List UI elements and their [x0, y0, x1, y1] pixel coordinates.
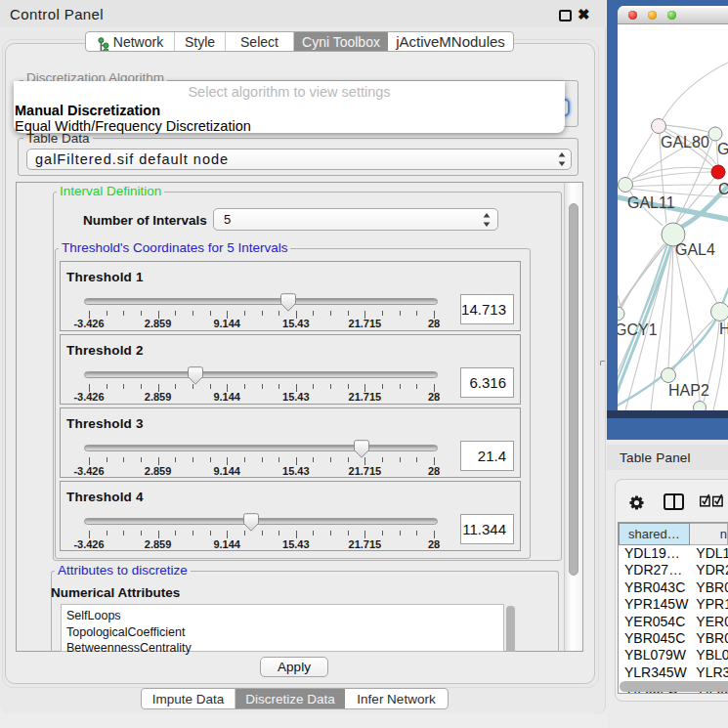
svg-text:G.: G. — [717, 141, 728, 157]
svg-text:GAL11: GAL11 — [627, 194, 675, 211]
svg-text:C: C — [718, 181, 728, 197]
svg-text:GAL4: GAL4 — [675, 241, 715, 258]
svg-text:HAP2: HAP2 — [668, 382, 709, 399]
svg-text:H: H — [719, 321, 728, 337]
svg-text:GAL80: GAL80 — [661, 134, 709, 150]
svg-text:GCY1: GCY1 — [618, 321, 658, 338]
